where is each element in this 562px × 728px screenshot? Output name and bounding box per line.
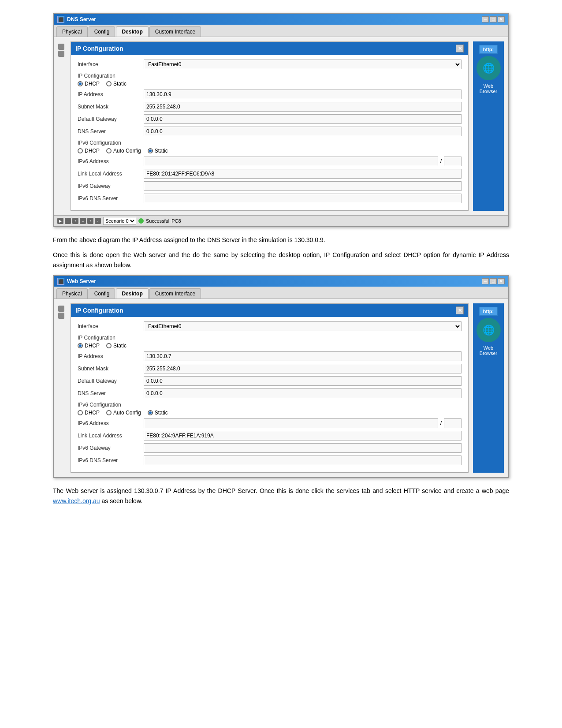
web-ipv6-gateway-input[interactable] — [144, 443, 462, 453]
statusbar-icon-5: / — [87, 218, 93, 224]
link-local-input[interactable] — [144, 169, 462, 179]
web-subnet-mask-input[interactable] — [144, 364, 462, 373]
web-ipv6-auto-radio[interactable]: Auto Config — [106, 410, 141, 416]
close-button[interactable]: ✕ — [498, 16, 505, 22]
static-radio[interactable]: Static — [106, 81, 127, 87]
minimize-button[interactable]: ─ — [482, 16, 489, 22]
ip-config-close-button[interactable]: ✕ — [456, 45, 464, 52]
web-tab-physical[interactable]: Physical — [56, 288, 88, 299]
web-ipv6-static-radio[interactable]: Static — [148, 410, 168, 416]
web-ip-address-input[interactable] — [144, 351, 462, 361]
ip-address-label: IP Address — [78, 91, 139, 97]
web-default-gateway-row: Default Gateway — [78, 376, 462, 386]
ipv6-auto-dot[interactable] — [106, 148, 112, 153]
web-browser-label-right: Web Browser — [476, 344, 500, 357]
web-dns-server-row: DNS Server — [78, 388, 462, 398]
web-tab-bar: Physical Config Desktop Custom Interface — [54, 287, 508, 299]
web-default-gateway-input[interactable] — [144, 376, 462, 386]
static-radio-dot[interactable] — [106, 81, 112, 86]
web-maximize-button[interactable]: □ — [490, 278, 497, 284]
dns-ip-config-dialog: IP Configuration ✕ Interface FastEtherne… — [71, 41, 469, 211]
web-ipv6-static-label: Static — [155, 410, 168, 416]
web-ipv6-dns-row: IPv6 DNS Server — [78, 455, 462, 465]
dhcp-radio[interactable]: DHCP — [78, 81, 100, 87]
web-minimize-button[interactable]: ─ — [482, 278, 489, 284]
ipv6-static-radio[interactable]: Static — [148, 148, 168, 154]
web-link-local-row: Link Local Address — [78, 431, 462, 441]
itech-link[interactable]: www.itech.org.au — [53, 497, 100, 504]
web-ipv6-static-dot[interactable] — [148, 410, 153, 415]
web-static-radio-dot[interactable] — [106, 343, 112, 348]
ipv6-address-row: IPv6 Address / — [78, 157, 462, 166]
web-browser-label: Web Browser — [476, 82, 500, 95]
web-server-window: ⬛ Web Server ─ □ ✕ Physical Config Deskt… — [53, 275, 509, 478]
web-interface-select[interactable]: FastEthernet0 — [144, 321, 462, 331]
tab-config[interactable]: Config — [89, 26, 115, 37]
status-light — [138, 218, 144, 224]
tab-desktop[interactable]: Desktop — [116, 26, 148, 37]
dns-window-icon: ⬛ — [57, 16, 64, 23]
web-ipv6-auto-dot[interactable] — [106, 410, 112, 415]
ipv6-gateway-input[interactable] — [144, 181, 462, 191]
ipv6-static-label: Static — [155, 148, 168, 154]
web-ipv6-dns-label: IPv6 DNS Server — [78, 457, 139, 463]
tab-physical[interactable]: Physical — [56, 26, 88, 37]
ipv6-address-input[interactable] — [144, 157, 438, 166]
ip-address-input[interactable] — [144, 90, 462, 99]
ipv6-auto-radio[interactable]: Auto Config — [106, 148, 141, 154]
web-tab-custom-interface[interactable]: Custom Interface — [149, 288, 201, 299]
subnet-mask-input[interactable] — [144, 102, 462, 112]
web-tab-desktop[interactable]: Desktop — [116, 288, 148, 299]
ipv6-dns-label: IPv6 DNS Server — [78, 195, 139, 202]
web-side-icon-2 — [58, 313, 64, 319]
web-ipv6-dns-input[interactable] — [144, 455, 462, 465]
dns-server-window: ⬛ DNS Server ─ □ ✕ Physical Config Deskt… — [53, 13, 509, 227]
web-ipv6-auto-label: Auto Config — [113, 410, 141, 416]
web-link-local-input[interactable] — [144, 431, 462, 441]
web-window-controls[interactable]: ─ □ ✕ — [482, 278, 505, 284]
web-dhcp-radio[interactable]: DHCP — [78, 343, 100, 349]
web-tab-config[interactable]: Config — [89, 288, 115, 299]
web-dhcp-radio-dot[interactable] — [78, 343, 83, 348]
web-browser-icon[interactable]: 🌐 — [476, 318, 501, 342]
scenario-select[interactable]: Scenario 0 — [103, 217, 136, 225]
dns-window-titlebar: ⬛ DNS Server ─ □ ✕ — [54, 14, 508, 25]
web-ipv6-address-input[interactable] — [144, 418, 438, 428]
ipv6-dhcp-label: DHCP — [85, 148, 100, 154]
web-close-button[interactable]: ✕ — [498, 278, 505, 284]
dns-tab-bar: Physical Config Desktop Custom Interface — [54, 25, 508, 37]
ipv6-static-dot[interactable] — [148, 148, 153, 153]
web-ipv6-gateway-label: IPv6 Gateway — [78, 445, 139, 451]
para3-end: as seen below. — [102, 497, 143, 504]
web-link-local-label: Link Local Address — [78, 433, 139, 439]
ipv6-prefix-input[interactable] — [444, 157, 462, 166]
ipv6-dhcp-radio[interactable]: DHCP — [78, 148, 100, 154]
web-ip-config-close-button[interactable]: ✕ — [456, 306, 464, 314]
web-ipv6-dhcp-dot[interactable] — [78, 410, 83, 415]
web-ipv6-address-row: IPv6 Address / — [78, 418, 462, 428]
maximize-button[interactable]: □ — [490, 16, 497, 22]
web-ipv6-prefix-input[interactable] — [444, 418, 462, 428]
default-gateway-input[interactable] — [144, 114, 462, 124]
web-window-titlebar: ⬛ Web Server ─ □ ✕ — [54, 276, 508, 287]
web-ipv6-dhcp-radio[interactable]: DHCP — [78, 410, 100, 416]
web-dns-server-input[interactable] — [144, 388, 462, 398]
browser-icon[interactable]: 🌐 — [476, 56, 501, 80]
web-static-radio[interactable]: Static — [106, 343, 127, 349]
web-side-strip — [58, 303, 66, 473]
ip-config-header: IP Configuration ✕ — [71, 42, 468, 55]
web-ipv6-gateway-row: IPv6 Gateway — [78, 443, 462, 453]
web-subnet-mask-row: Subnet Mask — [78, 364, 462, 373]
interface-select[interactable]: FastEthernet0 — [144, 60, 462, 69]
tab-custom-interface[interactable]: Custom Interface — [149, 26, 201, 37]
ipv6-dhcp-dot[interactable] — [78, 148, 83, 153]
web-browser-panel-right: http: 🌐 Web Browser — [473, 303, 504, 473]
http-badge: http: — [479, 45, 498, 54]
dns-window-controls[interactable]: ─ □ ✕ — [482, 16, 505, 22]
dns-server-input[interactable] — [144, 127, 462, 136]
web-ipv6-section-title: IPv6 Configuration — [78, 402, 462, 408]
web-ip-config-header: IP Configuration ✕ — [71, 304, 468, 317]
dhcp-radio-dot[interactable] — [78, 81, 83, 86]
ipv6-dns-input[interactable] — [144, 194, 462, 203]
web-dhcp-static-group: DHCP Static — [78, 343, 462, 349]
